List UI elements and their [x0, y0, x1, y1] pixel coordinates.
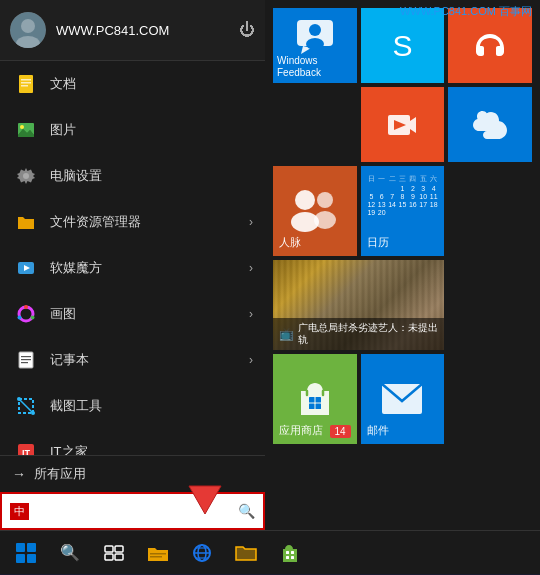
taskbar-taskview[interactable] [92, 531, 136, 575]
menu-item-documents[interactable]: 文档 [0, 61, 265, 107]
user-header: WWW.PC841.COM ⏻ [0, 0, 265, 61]
snipping-label: 截图工具 [50, 397, 253, 415]
svg-rect-59 [291, 556, 294, 559]
tile-calendar[interactable]: 日 一 二 三 四 五 六 1 2 3 4 5 6 7 [361, 166, 445, 256]
tile-onedrive[interactable] [448, 87, 532, 162]
down-arrow-indicator [185, 478, 225, 525]
pictures-label: 图片 [50, 121, 253, 139]
people-label: 人脉 [279, 235, 301, 250]
skype-s-icon: S [392, 29, 412, 63]
feedback-label: Windows Feedback [277, 55, 357, 79]
all-apps-label: 所有应用 [34, 465, 86, 483]
svg-rect-56 [286, 551, 289, 554]
windows-logo-icon [16, 543, 36, 563]
ithome-icon: IT [12, 438, 40, 455]
taskbar-store[interactable] [268, 531, 312, 575]
taskview-icon [104, 545, 124, 561]
svg-point-37 [314, 211, 336, 229]
svg-rect-48 [115, 554, 123, 560]
paint-icon [12, 300, 40, 328]
svg-rect-20 [21, 362, 28, 363]
user-name: WWW.PC841.COM [56, 23, 239, 38]
calendar-label: 日历 [367, 235, 389, 250]
settings-label: 电脑设置 [50, 167, 253, 185]
pictures-icon [12, 116, 40, 144]
svg-rect-49 [150, 553, 166, 555]
filemanager-arrow: › [249, 215, 253, 229]
taskbar-explorer[interactable] [136, 531, 180, 575]
taskbar: 🔍 [0, 530, 540, 574]
menu-item-pictures[interactable]: 图片 [0, 107, 265, 153]
media-arrow: › [249, 261, 253, 275]
menu-item-snipping[interactable]: 截图工具 [0, 383, 265, 429]
tile-feedback[interactable]: Windows Feedback [273, 8, 357, 83]
menu-item-media[interactable]: 软媒魔方 › [0, 245, 265, 291]
ime-indicator[interactable]: 中 [10, 503, 29, 520]
tile-mail[interactable]: 邮件 [361, 354, 445, 444]
taskbar-filemanager[interactable] [224, 531, 268, 575]
svg-rect-4 [21, 79, 31, 81]
tile-news[interactable]: 📺 广电总局封杀劣迹艺人：未提出轨 [273, 260, 444, 350]
tile-store[interactable]: 应用商店 14 [273, 354, 357, 444]
menu-item-notepad[interactable]: 记事本 › [0, 337, 265, 383]
calendar-grid: 日 一 二 三 四 五 六 1 2 3 4 5 6 7 [367, 174, 439, 216]
svg-rect-41 [315, 404, 321, 410]
svg-rect-50 [150, 556, 162, 558]
svg-point-30 [306, 38, 324, 50]
taskbar-search[interactable]: 🔍 [48, 531, 92, 575]
store-icon [293, 377, 337, 421]
tile-skype[interactable]: S [361, 8, 445, 83]
svg-rect-19 [21, 359, 31, 360]
svg-rect-57 [291, 551, 294, 554]
media-label: 软媒魔方 [50, 259, 249, 277]
tile-video[interactable] [361, 87, 445, 162]
svg-rect-18 [21, 356, 31, 357]
tile-spacer-r3 [448, 166, 532, 256]
video-icon [386, 109, 418, 141]
tile-spacer-news [448, 260, 532, 350]
svg-line-22 [19, 399, 33, 413]
media-icon [12, 254, 40, 282]
news-text: 广电总局封杀劣迹艺人：未提出轨 [298, 322, 438, 346]
store-badge: 14 [330, 425, 351, 438]
svg-rect-40 [309, 404, 315, 410]
left-panel: WWW.PC841.COM ⏻ 文档 图片 [0, 0, 265, 530]
watermark: WWW.PC841.COM 百事网 [400, 4, 532, 19]
tile-music[interactable] [448, 8, 532, 83]
documents-icon [12, 70, 40, 98]
svg-point-8 [20, 125, 24, 129]
news-overlay: 📺 广电总局封杀劣迹艺人：未提出轨 [273, 318, 444, 350]
store-taskbar-icon [280, 542, 300, 564]
svg-point-15 [31, 316, 35, 320]
svg-text:IT: IT [22, 448, 31, 455]
svg-rect-38 [309, 397, 315, 403]
feedback-icon [291, 12, 339, 60]
svg-marker-43 [189, 486, 221, 514]
explorer-icon [147, 544, 169, 562]
svg-rect-5 [21, 82, 31, 84]
filemanager-taskbar-icon [235, 544, 257, 562]
filemanager-label: 文件资源管理器 [50, 213, 249, 231]
svg-rect-3 [19, 75, 33, 93]
onedrive-icon [471, 111, 509, 139]
menu-item-settings[interactable]: 电脑设置 [0, 153, 265, 199]
mail-label: 邮件 [367, 423, 389, 438]
taskbar-ie[interactable] [180, 531, 224, 575]
svg-point-36 [317, 192, 333, 208]
all-apps[interactable]: → 所有应用 [0, 455, 265, 492]
svg-point-23 [17, 397, 21, 401]
menu-item-filemanager[interactable]: 文件资源管理器 › [0, 199, 265, 245]
svg-point-14 [24, 305, 28, 309]
documents-label: 文档 [50, 75, 253, 93]
screen: WWW.PC841.COM 百事网 WWW.PC841.COM ⏻ [0, 0, 540, 575]
menu-item-ithome[interactable]: IT IT之家 [0, 429, 265, 455]
avatar [10, 12, 46, 48]
taskbar-start[interactable] [4, 531, 48, 575]
power-icon[interactable]: ⏻ [239, 21, 255, 39]
menu-item-paint[interactable]: 画图 › [0, 291, 265, 337]
headphones-icon [474, 30, 506, 62]
people-icon [285, 184, 345, 239]
search-icon[interactable]: 🔍 [238, 503, 255, 519]
search-bar: 中 🔍 [0, 492, 265, 530]
tile-people[interactable]: 人脉 [273, 166, 357, 256]
